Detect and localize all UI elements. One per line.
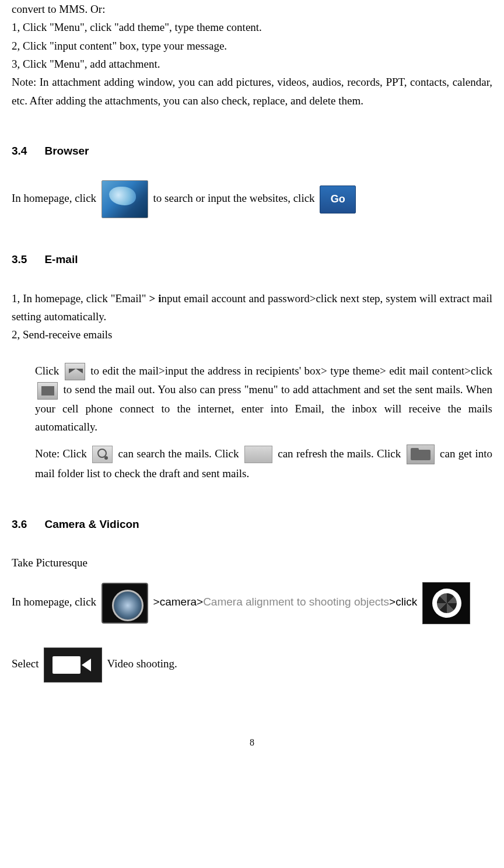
folder-icon	[407, 444, 435, 464]
camera-ld: >click	[389, 596, 420, 608]
heading-email: 3.5E-mail	[12, 250, 492, 268]
heading-num: 3.5	[12, 253, 27, 265]
heading-title: Browser	[44, 145, 89, 157]
camera-lc: Camera alignment to shooting objects	[203, 596, 389, 608]
camera-la: In homepage, click	[12, 596, 99, 608]
compose-icon	[65, 363, 85, 380]
intro-note: Note: In attachment adding window, you c…	[12, 73, 492, 110]
browser-text-b: to search or input the websites, click	[153, 192, 318, 204]
send-icon	[37, 382, 58, 400]
intro-line-0: convert to MMS. Or:	[12, 0, 492, 18]
heading-num: 3.6	[12, 518, 27, 530]
camera-icon	[102, 583, 148, 624]
camera-l2a: Select	[12, 658, 41, 670]
email-indent-block: Click to edit the mail>input the address…	[35, 362, 492, 483]
email-i2a: Note: Click	[35, 447, 90, 460]
camera-line-1: In homepage, click >camera>Camera alignm…	[12, 582, 492, 624]
email-i2b: can search the mails. Click	[118, 447, 242, 460]
video-icon	[44, 648, 102, 682]
email-i1a: Click	[35, 365, 62, 377]
camera-line-2: Select Video shooting.	[12, 648, 492, 682]
refresh-icon	[244, 446, 272, 463]
heading-browser: 3.4Browser	[12, 142, 492, 160]
heading-num: 3.4	[12, 145, 27, 157]
email-i1c: to send the mail out. You also can press…	[35, 383, 492, 433]
browser-icon	[102, 180, 148, 218]
go-button-icon: Go	[320, 186, 356, 214]
email-p2: 2, Send-receive emails	[12, 326, 492, 344]
shutter-icon	[422, 582, 470, 624]
intro-line-2: 2, Click "input content" box, type your …	[12, 37, 492, 55]
email-p1a: 1, In homepage, click "Email"	[12, 292, 149, 304]
camera-p1: Take Picturesque	[12, 554, 492, 572]
email-i2c: can refresh the mails. Click	[278, 447, 404, 460]
camera-l2b: Video shooting.	[107, 658, 177, 670]
heading-title: Camera & Vidicon	[44, 518, 139, 530]
email-p1: 1, In homepage, click "Email" > input em…	[12, 289, 492, 326]
search-icon	[92, 446, 113, 463]
browser-text-a: In homepage, click	[12, 192, 99, 204]
intro-line-3: 3, Click "Menu", add attachment.	[12, 55, 492, 73]
camera-lb: >camera>	[153, 596, 204, 608]
intro-line-1: 1, Click "Menu", click "add theme", type…	[12, 18, 492, 36]
email-instr-1: Click to edit the mail>input the address…	[35, 362, 492, 436]
email-instr-2: Note: Click can search the mails. Click …	[35, 444, 492, 483]
page-number: 8	[12, 735, 492, 750]
email-i1b: to edit the mail>input the address in re…	[90, 365, 492, 377]
heading-camera: 3.6Camera & Vidicon	[12, 515, 492, 533]
heading-title: E-mail	[44, 253, 78, 265]
email-p1b: > i	[149, 292, 162, 304]
browser-line: In homepage, click to search or input th…	[12, 180, 492, 218]
